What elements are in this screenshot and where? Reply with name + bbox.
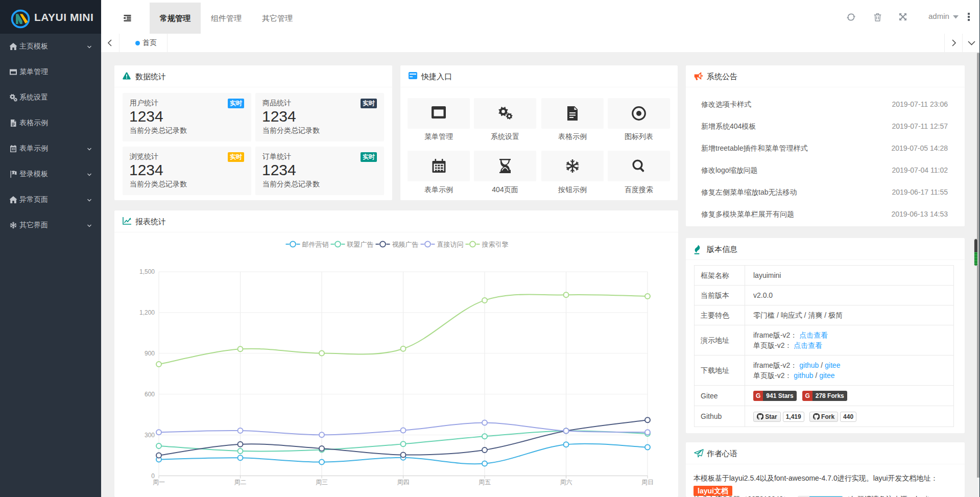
svg-text:周日: 周日 xyxy=(641,479,654,486)
svg-text:邮件营销: 邮件营销 xyxy=(302,241,329,248)
svg-text:1,500: 1,500 xyxy=(139,268,155,275)
svg-text:周四: 周四 xyxy=(397,479,410,486)
svg-text:周二: 周二 xyxy=(234,479,247,486)
svg-text:直接访问: 直接访问 xyxy=(437,241,464,248)
svg-text:联盟广告: 联盟广告 xyxy=(347,241,374,248)
svg-text:300: 300 xyxy=(145,432,155,439)
svg-text:周一: 周一 xyxy=(153,479,165,486)
svg-text:1,200: 1,200 xyxy=(139,309,155,316)
svg-text:周三: 周三 xyxy=(316,479,328,486)
svg-text:视频广告: 视频广告 xyxy=(392,241,419,248)
svg-text:周六: 周六 xyxy=(560,479,572,486)
svg-text:600: 600 xyxy=(145,391,155,398)
svg-text:搜索引擎: 搜索引擎 xyxy=(482,241,509,248)
svg-text:900: 900 xyxy=(145,350,155,357)
svg-text:周五: 周五 xyxy=(479,479,491,486)
